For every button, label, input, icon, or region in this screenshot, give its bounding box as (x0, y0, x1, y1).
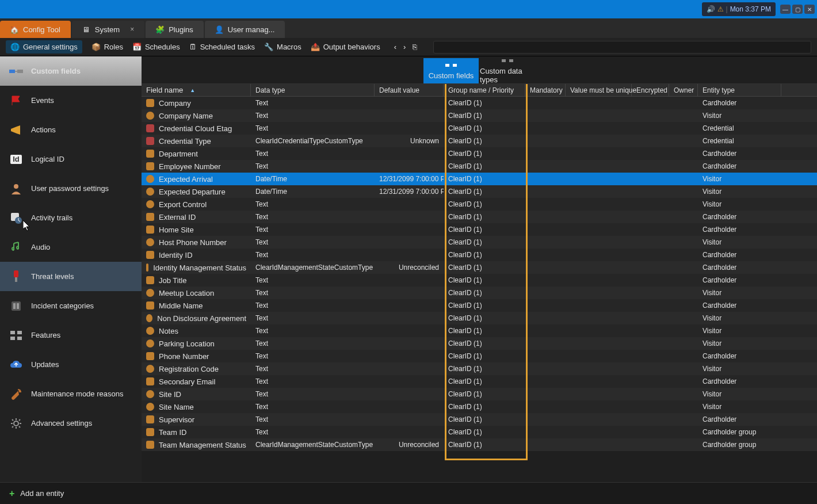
close-icon[interactable]: × (130, 25, 134, 33)
table-row[interactable]: Non Disclosure AgreementTextClearID (1)V… (142, 312, 817, 324)
subtab-custom-data-types[interactable]: Custom data types (480, 58, 535, 83)
add-entity-button[interactable]: Add an entity (20, 489, 64, 498)
toolbar-scheduled-tasks[interactable]: 🗓Scheduled tasks (189, 43, 255, 51)
table-row[interactable]: SupervisorTextClearID (1)Cardholder (142, 413, 817, 426)
svg-rect-19 (453, 64, 457, 67)
custom-fields-table[interactable]: Field name▲ Data type Default value Grou… (142, 84, 817, 482)
sidebar-item-label: Activity trails (31, 213, 72, 222)
table-row[interactable]: Site NameTextClearID (1)Visitor (142, 400, 817, 413)
audio-icon (9, 240, 23, 254)
minimize-button[interactable]: — (780, 5, 791, 14)
sidebar-item-actions[interactable]: Actions (0, 115, 142, 144)
search-input[interactable] (433, 41, 811, 54)
default-value-cell: Unreconciled (375, 264, 444, 272)
table-row[interactable]: Team IDTextClearID (1)Cardholder group (142, 426, 817, 438)
sidebar-item-logical-id[interactable]: IdLogical ID (0, 144, 142, 174)
flag-icon (9, 94, 23, 108)
toolbar-general-settings[interactable]: 🌐General settings (6, 40, 82, 54)
table-row[interactable]: Secondary EmailTextClearID (1)Cardholder (142, 375, 817, 388)
sidebar-item-updates[interactable]: Updates (0, 350, 142, 379)
close-button[interactable]: ✕ (804, 5, 815, 14)
table-row[interactable]: Phone NumberTextClearID (1)Cardholder (142, 350, 817, 362)
tab-plugins[interactable]: 🧩Plugins (146, 21, 204, 38)
table-row[interactable]: Host Phone NumberTextClearID (1)Visitor (142, 236, 817, 249)
group-cell: ClearID (1) (444, 289, 525, 297)
table-row[interactable]: NotesTextClearID (1)Visitor (142, 324, 817, 337)
data-type-cell: Text (251, 238, 375, 246)
sidebar-item-activity-trails[interactable]: Activity trails (0, 203, 142, 232)
sidebar-item-threat-levels[interactable]: Threat levels (0, 262, 142, 291)
col-entity[interactable]: Entity type (698, 84, 781, 96)
group-cell: ClearID (1) (444, 314, 525, 322)
group-cell: ClearID (1) (444, 403, 525, 411)
data-type-cell: Text (251, 377, 375, 385)
table-row[interactable]: Employee NumberTextClearID (1)Cardholder (142, 160, 817, 173)
toolbar-roles[interactable]: 📦Roles (91, 43, 123, 51)
entity-type-cell: Visitor (698, 289, 781, 297)
toolbar-output-behaviors[interactable]: 📤Output behaviors (311, 43, 380, 51)
entity-type-icon (146, 327, 154, 335)
toolbar-schedules[interactable]: 📅Schedules (132, 43, 180, 51)
col-owner[interactable]: Owner (669, 84, 698, 96)
wrench-icon (9, 387, 23, 401)
maximize-button[interactable]: ▢ (792, 5, 803, 14)
col-encrypted[interactable]: Encrypted (632, 84, 669, 96)
user-icon (9, 182, 23, 196)
entity-type-cell: Cardholder (698, 352, 781, 360)
data-type-cell: Text (251, 226, 375, 234)
col-mandatory[interactable]: Mandatory (525, 84, 566, 96)
col-default-value[interactable]: Default value (375, 84, 444, 96)
nav-fwd-icon[interactable]: › (403, 43, 406, 51)
svg-rect-16 (17, 337, 22, 340)
sidebar-item-events[interactable]: Events (0, 86, 142, 115)
col-data-type[interactable]: Data type (251, 84, 375, 96)
table-row[interactable]: Expected ArrivalDate/Time12/31/2099 7:00… (142, 173, 817, 185)
sidebar-item-incident-categories[interactable]: Incident categories (0, 291, 142, 320)
table-row[interactable]: CompanyTextClearID (1)Cardholder (142, 97, 817, 109)
group-cell: ClearID (1) (444, 264, 525, 272)
table-row[interactable]: Team Management StatusClearIdManagementS… (142, 438, 817, 451)
sidebar-item-maintenance-mode-reasons[interactable]: Maintenance mode reasons (0, 379, 142, 408)
nav-copy-icon[interactable]: ⎘ (413, 43, 417, 51)
toolbar-macros[interactable]: 🔧Macros (264, 43, 301, 51)
sidebar-item-user-password-settings[interactable]: User password settings (0, 174, 142, 203)
table-row[interactable]: Home SiteTextClearID (1)Cardholder (142, 223, 817, 236)
field-name-cell: Company (159, 99, 191, 108)
table-row[interactable]: External IDTextClearID (1)Cardholder (142, 211, 817, 223)
table-row[interactable]: DepartmentTextClearID (1)Cardholder (142, 147, 817, 160)
plus-icon[interactable]: + (9, 488, 14, 499)
col-unique[interactable]: Value must be unique (566, 84, 632, 96)
entity-type-cell: Cardholder (698, 99, 781, 107)
tab-icon: 🖥 (82, 25, 90, 33)
table-row[interactable]: Job TitleTextClearID (1)Cardholder (142, 274, 817, 287)
table-row[interactable]: Parking LocationTextClearID (1)Visitor (142, 337, 817, 350)
tab-config-tool[interactable]: 🏠Config Tool (0, 21, 71, 38)
sidebar-item-custom-fields[interactable]: Custom fields (0, 56, 142, 86)
tab-system[interactable]: 🖥System× (72, 21, 144, 38)
table-row[interactable]: Export ControlTextClearID (1)Visitor (142, 198, 817, 211)
table-row[interactable]: Meetup LocationTextClearID (1)Visitor (142, 287, 817, 299)
table-row[interactable]: Site IDTextClearID (1)Visitor (142, 388, 817, 400)
table-row[interactable]: Credential Cloud EtagTextClearID (1)Cred… (142, 122, 817, 135)
sidebar-item-advanced-settings[interactable]: Advanced settings (0, 408, 142, 438)
sidebar-item-audio[interactable]: Audio (0, 232, 142, 262)
table-row[interactable]: Company NameTextClearID (1)Visitor (142, 109, 817, 122)
col-field-name[interactable]: Field name▲ (142, 84, 251, 96)
sidebar-item-features[interactable]: Features (0, 320, 142, 350)
entity-type-cell: Visitor (698, 188, 781, 196)
table-row[interactable]: Middle NameTextClearID (1)Cardholder (142, 299, 817, 312)
tab-user-manag-[interactable]: 👤User manag... (205, 21, 285, 38)
col-group[interactable]: Group name / Priority (444, 84, 525, 96)
data-type-cell: Text (251, 213, 375, 221)
subtab-custom-fields[interactable]: Custom fields (423, 58, 479, 83)
field-name-cell: Meetup Location (159, 289, 214, 297)
entity-type-icon (146, 276, 154, 284)
table-row[interactable]: Credential TypeClearIdCredentialTypeCust… (142, 135, 817, 147)
volume-icon[interactable]: 🔊 (707, 5, 715, 13)
table-row[interactable]: Identity IDTextClearID (1)Cardholder (142, 249, 817, 261)
shield-icon[interactable]: ⚠ (717, 5, 724, 13)
table-row[interactable]: Identity Management StatusClearIdManagem… (142, 261, 817, 274)
table-row[interactable]: Expected DepartureDate/Time12/31/2099 7:… (142, 185, 817, 198)
nav-back-icon[interactable]: ‹ (394, 43, 396, 51)
table-row[interactable]: Registration CodeTextClearID (1)Visitor (142, 362, 817, 375)
